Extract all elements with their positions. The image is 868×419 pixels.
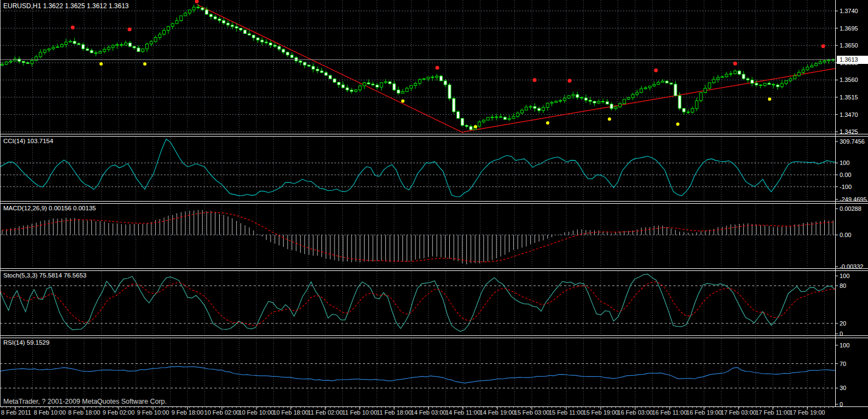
time-axis-label[interactable]: 9 Feb 18:00	[172, 409, 204, 416]
time-axis-label[interactable]: 10 Feb 18:00	[273, 409, 309, 416]
copyright-watermark: MetaTrader, ? 2001-2009 MetaQuotes Softw…	[3, 398, 167, 405]
price-axis-label: 1.3470	[840, 111, 858, 118]
time-axis-label[interactable]: 16 Feb 19:00	[687, 409, 722, 416]
time-axis-label[interactable]: 9 Feb 10:00	[137, 409, 169, 416]
time-axis-label[interactable]: 15 Feb 19:00	[583, 409, 619, 416]
time-axis-label[interactable]: 15 Feb 03:00	[514, 409, 550, 416]
time-axis-label[interactable]: 16 Feb 11:00	[652, 409, 687, 416]
chart-canvas[interactable]: 1.37401.36951.36501.36051.35601.35151.34…	[0, 0, 868, 419]
price-axis-label: 1.3425	[840, 128, 858, 135]
time-axis-label[interactable]: 17 Feb 19:00	[790, 409, 825, 416]
stoch-axis-label: 20	[840, 320, 846, 327]
cci-axis-label: -249.4695	[840, 196, 867, 203]
rsi-axis-label: 30	[840, 385, 846, 391]
stoch-axis-label: 80	[840, 282, 846, 289]
cci-indicator-label: CCI(14) 103.7154	[3, 138, 53, 144]
time-axis-label[interactable]: 11 Feb 10:00	[342, 409, 377, 416]
cci-axis-label: 309.7456	[840, 138, 865, 145]
current-price-badge: 1.3613	[837, 56, 868, 64]
time-axis-label[interactable]: 15 Feb 11:00	[549, 409, 584, 416]
macd-axis-label: -0.00332	[840, 263, 863, 270]
time-axis-label[interactable]: 8 Feb 2011	[1, 409, 31, 416]
panel-separator[interactable]	[0, 268, 868, 271]
time-axis-label[interactable]: 17 Feb 11:00	[755, 409, 790, 416]
stoch-indicator-label: Stoch(5,3,3) 75.5814 76.5653	[3, 272, 86, 279]
cci-axis-label: 100	[840, 160, 849, 166]
metatrader-chart-window: 1.37401.36951.36501.36051.35601.35151.34…	[0, 0, 868, 419]
rsi-axis-label: 100	[840, 342, 849, 349]
time-axis-label[interactable]: 11 Feb 18:00	[377, 409, 412, 416]
cci-axis-label: 0.00	[840, 172, 851, 178]
time-axis-label[interactable]: 9 Feb 02:00	[103, 409, 135, 416]
time-axis-label[interactable]: 17 Feb 03:00	[721, 409, 756, 416]
time-axis-label[interactable]: 16 Feb 03:00	[618, 409, 653, 416]
panel-separator[interactable]	[0, 201, 868, 204]
price-axis-label: 1.3695	[840, 25, 858, 32]
panel-separator[interactable]	[0, 335, 868, 338]
symbol-ohlc-label: EURUSD,H1 1.3622 1.3625 1.3612 1.3613	[3, 2, 129, 10]
time-axis-label[interactable]: 11 Feb 02:00	[308, 409, 343, 416]
price-axis-label: 1.3515	[840, 94, 858, 101]
rsi-indicator-label: RSI(14) 59.1529	[3, 339, 49, 346]
time-axis-label[interactable]: 14 Feb 11:00	[445, 409, 480, 416]
macd-axis-label: 0.00	[840, 232, 851, 238]
rsi-axis-label: 70	[840, 361, 846, 367]
time-axis-label[interactable]: 10 Feb 02:00	[204, 409, 240, 416]
time-axis-label[interactable]: 8 Feb 10:00	[34, 409, 66, 416]
macd-axis-label: 0.00288	[840, 205, 861, 212]
stoch-axis-label: 0	[840, 331, 843, 337]
time-axis-label[interactable]: 14 Feb 03:00	[411, 409, 447, 416]
price-axis-label: 1.3740	[840, 8, 858, 14]
cci-axis-label: -100	[840, 184, 852, 190]
time-axis-label[interactable]: 8 Feb 18:00	[68, 409, 101, 416]
price-axis-label: 1.3650	[840, 42, 858, 49]
price-axis-label: 1.3560	[840, 76, 858, 83]
rsi-axis-label: 0	[840, 401, 843, 408]
time-axis-label[interactable]: 14 Feb 19:00	[480, 409, 515, 416]
macd-indicator-label: MACD(12,26,9) 0.00156 0.00135	[3, 205, 96, 211]
stoch-axis-label: 100	[840, 273, 849, 279]
panel-separator[interactable]	[0, 134, 868, 137]
time-axis-label[interactable]: 10 Feb 10:00	[239, 409, 274, 416]
